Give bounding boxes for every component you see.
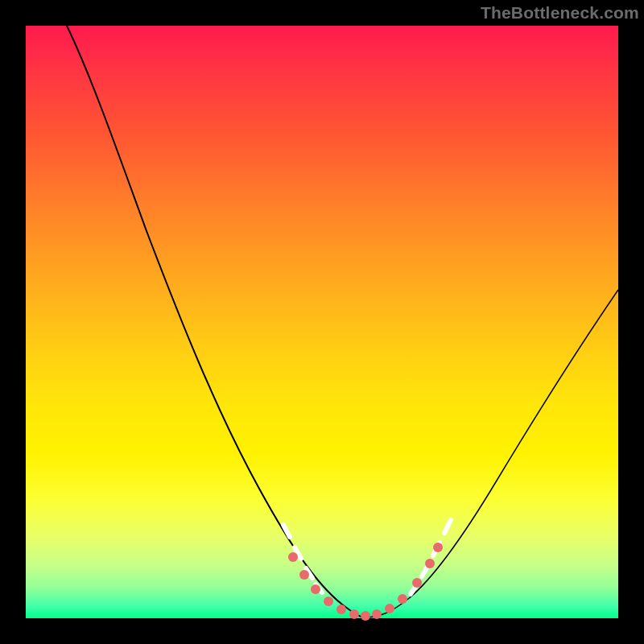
marker-dot (372, 609, 382, 619)
marker-dot (311, 584, 320, 594)
marker-dot (324, 597, 333, 606)
marker-dot (425, 559, 435, 568)
marker-dot (433, 543, 443, 552)
chart-svg (26, 26, 618, 618)
marker-dot (412, 578, 422, 588)
marker-dot (349, 609, 359, 619)
marker-dot (385, 604, 394, 613)
marker-dot (398, 594, 407, 604)
dash (444, 520, 451, 533)
dash (283, 525, 290, 537)
curve-right (364, 290, 618, 617)
chart-frame: TheBottleneck.com (0, 0, 644, 644)
marker-dot (288, 552, 298, 562)
plot-area (26, 26, 618, 618)
marker-dot (299, 570, 309, 580)
marker-dot (361, 611, 370, 621)
bottom-markers (288, 543, 443, 621)
marker-dot (336, 605, 346, 614)
curve-left (67, 26, 364, 617)
watermark-text: TheBottleneck.com (481, 3, 639, 23)
